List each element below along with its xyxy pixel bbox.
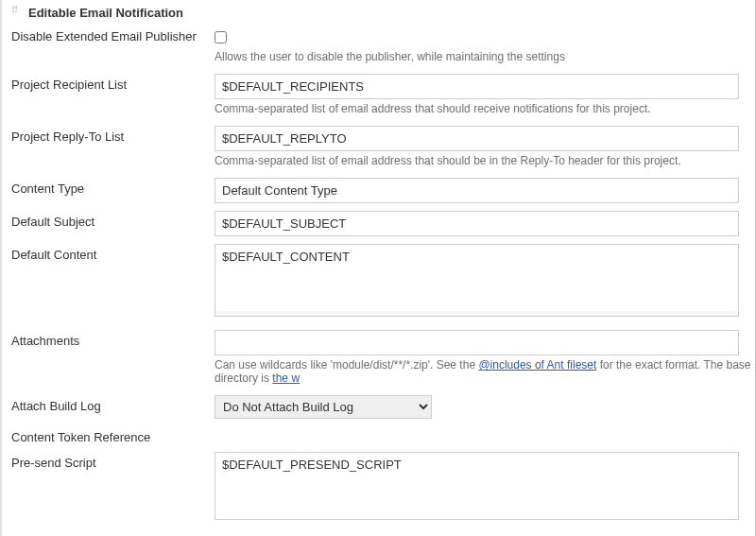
content-type-select[interactable]: Default Content Type xyxy=(215,178,739,203)
section-title: Editable Email Notification xyxy=(28,6,183,20)
presend-script-label: Pre-send Script xyxy=(11,452,215,470)
default-content-textarea[interactable]: $DEFAULT_CONTENT xyxy=(215,244,739,312)
attachments-help-link-1[interactable]: @includes of Ant fileset xyxy=(478,358,596,372)
replyto-list-input[interactable] xyxy=(215,126,739,151)
default-content-label: Default Content xyxy=(11,244,215,262)
drag-handle-icon[interactable]: ⠿ xyxy=(11,8,23,19)
replyto-list-help: Comma-separated list of email address th… xyxy=(215,154,755,167)
attachments-label: Attachments xyxy=(11,330,215,348)
attachments-input[interactable] xyxy=(215,330,739,355)
disable-publisher-help: Allows the user to disable the publisher… xyxy=(215,50,755,63)
content-token-reference-label: Content Token Reference xyxy=(11,426,215,444)
attachments-help-prefix: Can use wildcards like 'module/dist/**/*… xyxy=(215,358,478,372)
replyto-list-label: Project Reply-To List xyxy=(11,126,215,144)
attach-build-log-label: Attach Build Log xyxy=(11,395,215,413)
section-header: ⠿ Editable Email Notification xyxy=(11,6,755,20)
recipient-list-input[interactable] xyxy=(215,74,739,99)
content-type-label: Content Type xyxy=(11,178,215,196)
presend-script-textarea[interactable]: $DEFAULT_PRESEND_SCRIPT xyxy=(215,452,739,520)
recipient-list-help: Comma-separated list of email address th… xyxy=(215,102,755,115)
disable-publisher-checkbox[interactable] xyxy=(215,31,227,43)
disable-publisher-label: Disable Extended Email Publisher xyxy=(11,29,215,43)
default-subject-input[interactable] xyxy=(215,211,739,236)
attachments-help-link-2[interactable]: the w xyxy=(272,372,300,385)
config-panel: ⠿ Editable Email Notification Disable Ex… xyxy=(0,0,756,536)
textarea-resize-handle[interactable] xyxy=(215,311,739,317)
default-subject-label: Default Subject xyxy=(11,211,215,229)
recipient-list-label: Project Recipient List xyxy=(11,74,215,92)
attach-build-log-select[interactable]: Do Not Attach Build Log xyxy=(215,395,432,419)
attachments-help: Can use wildcards like 'module/dist/**/*… xyxy=(215,358,755,385)
